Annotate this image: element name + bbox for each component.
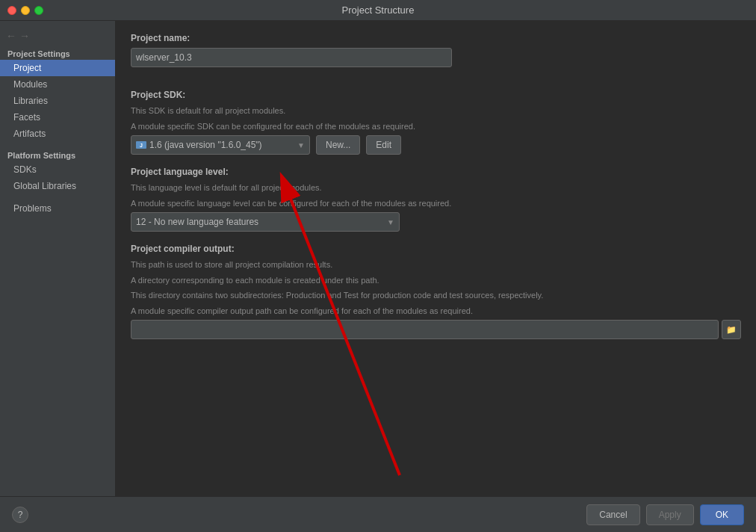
cancel-button[interactable]: Cancel xyxy=(586,504,639,525)
minimize-button[interactable] xyxy=(21,6,30,15)
traffic-lights xyxy=(7,6,43,15)
content-area: Project name: Project SDK: This SDK is d… xyxy=(116,21,756,496)
language-level-dropdown[interactable]: 12 - No new language features ▼ xyxy=(131,212,400,232)
sidebar-item-global-libraries[interactable]: Global Libraries xyxy=(0,178,115,194)
project-sdk-section: Project SDK: This SDK is default for all… xyxy=(131,90,741,155)
language-level-value: 12 - No new language features xyxy=(136,217,258,227)
nav-arrows: ← → xyxy=(0,27,115,46)
compiler-output-section: Project compiler output: This path is us… xyxy=(131,244,741,339)
maximize-button[interactable] xyxy=(34,6,43,15)
sdk-desc2: A module specific SDK can be configured … xyxy=(131,120,741,133)
project-name-input[interactable] xyxy=(131,48,452,67)
main-layout: ← → Project Settings Project Modules Lib… xyxy=(0,21,756,496)
sidebar-item-problems[interactable]: Problems xyxy=(0,200,115,217)
platform-settings-header: Platform Settings xyxy=(0,148,115,161)
sidebar-item-project[interactable]: Project xyxy=(0,60,115,76)
compiler-desc4: A module specific compiler output path c… xyxy=(131,305,741,318)
compiler-output-row: 📁 xyxy=(131,320,741,339)
sdk-dropdown-arrow: ▼ xyxy=(297,141,305,149)
compiler-desc3: This directory contains two subdirectori… xyxy=(131,289,741,302)
sidebar-item-modules[interactable]: Modules xyxy=(0,76,115,93)
ok-button[interactable]: OK xyxy=(700,504,744,525)
help-button[interactable]: ? xyxy=(12,507,28,523)
folder-browse-button[interactable]: 📁 xyxy=(722,320,741,339)
bottom-right: Cancel Apply OK xyxy=(586,504,744,525)
apply-button[interactable]: Apply xyxy=(646,504,694,525)
sdk-row: J 1.6 (java version "1.6.0_45") ▼ New...… xyxy=(131,135,741,155)
sdk-edit-button[interactable]: Edit xyxy=(366,135,401,155)
compiler-desc1: This path is used to store all project c… xyxy=(131,259,741,271)
sidebar-item-artifacts[interactable]: Artifacts xyxy=(0,126,115,142)
sdk-desc1: This SDK is default for all project modu… xyxy=(131,105,741,117)
sidebar: ← → Project Settings Project Modules Lib… xyxy=(0,21,116,496)
java-icon: J xyxy=(136,141,146,149)
language-desc1: This language level is default for all p… xyxy=(131,182,741,194)
sdk-dropdown[interactable]: J 1.6 (java version "1.6.0_45") ▼ xyxy=(131,135,310,155)
bottom-left: ? xyxy=(12,507,28,523)
sidebar-item-facets[interactable]: Facets xyxy=(0,109,115,126)
title-bar: Project Structure xyxy=(0,0,756,21)
project-settings-header: Project Settings xyxy=(0,46,115,60)
forward-arrow[interactable]: → xyxy=(19,30,30,42)
back-arrow[interactable]: ← xyxy=(6,30,16,42)
language-level-label: Project language level: xyxy=(131,167,741,177)
folder-icon: 📁 xyxy=(726,325,737,335)
language-level-section: Project language level: This language le… xyxy=(131,167,741,232)
bottom-bar: ? Cancel Apply OK xyxy=(0,496,756,532)
project-sdk-label: Project SDK: xyxy=(131,90,741,100)
close-button[interactable] xyxy=(7,6,16,15)
sdk-new-button[interactable]: New... xyxy=(316,135,360,155)
sidebar-item-sdks[interactable]: SDKs xyxy=(0,161,115,178)
project-name-section: Project name: xyxy=(131,33,741,78)
sdk-value: 1.6 (java version "1.6.0_45") xyxy=(149,140,262,150)
project-name-label: Project name: xyxy=(131,33,741,43)
compiler-output-label: Project compiler output: xyxy=(131,244,741,254)
window-title: Project Structure xyxy=(342,4,415,16)
sidebar-item-libraries[interactable]: Libraries xyxy=(0,93,115,109)
compiler-output-input[interactable] xyxy=(131,320,719,339)
compiler-desc2: A directory corresponding to each module… xyxy=(131,274,741,287)
language-dropdown-arrow: ▼ xyxy=(387,218,394,226)
language-desc2: A module specific language level can be … xyxy=(131,197,741,210)
